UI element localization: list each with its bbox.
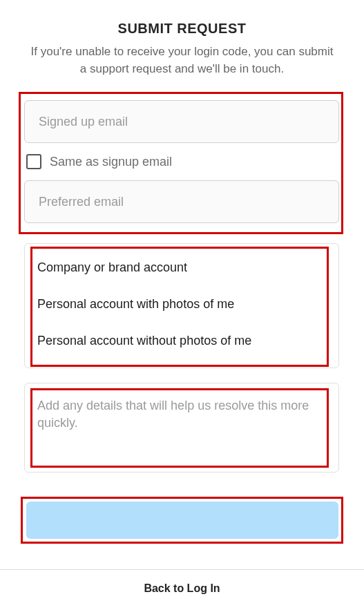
back-to-login-link[interactable]: Back to Log In — [144, 582, 220, 594]
submit-button[interactable]: Submit request — [26, 502, 338, 539]
signed-up-email-wrapper[interactable] — [24, 100, 339, 143]
same-as-signup-row[interactable]: Same as signup email — [26, 154, 339, 169]
same-as-signup-checkbox[interactable] — [26, 154, 41, 169]
preferred-email-wrapper[interactable] — [24, 180, 339, 223]
account-type-personal-with-photos[interactable]: Personal account with photos of me — [25, 286, 338, 323]
details-textarea[interactable] — [33, 392, 330, 461]
account-type-company[interactable]: Company or brand account — [25, 249, 338, 286]
details-section — [24, 383, 339, 473]
preferred-email-input[interactable] — [39, 195, 325, 209]
account-type-personal-without-photos[interactable]: Personal account without photos of me — [25, 323, 338, 359]
account-type-section: Company or brand account Personal accoun… — [24, 243, 339, 368]
email-section: Same as signup email — [24, 100, 339, 223]
page-subtitle: If you're unable to receive your login c… — [28, 44, 336, 77]
header: SUBMIT REQUEST If you're unable to recei… — [0, 0, 364, 84]
same-as-signup-label: Same as signup email — [50, 155, 172, 169]
signed-up-email-input[interactable] — [39, 115, 325, 129]
page-title: SUBMIT REQUEST — [28, 21, 336, 37]
footer: Back to Log In — [0, 569, 364, 610]
submit-request-screen: SUBMIT REQUEST If you're unable to recei… — [0, 0, 364, 610]
